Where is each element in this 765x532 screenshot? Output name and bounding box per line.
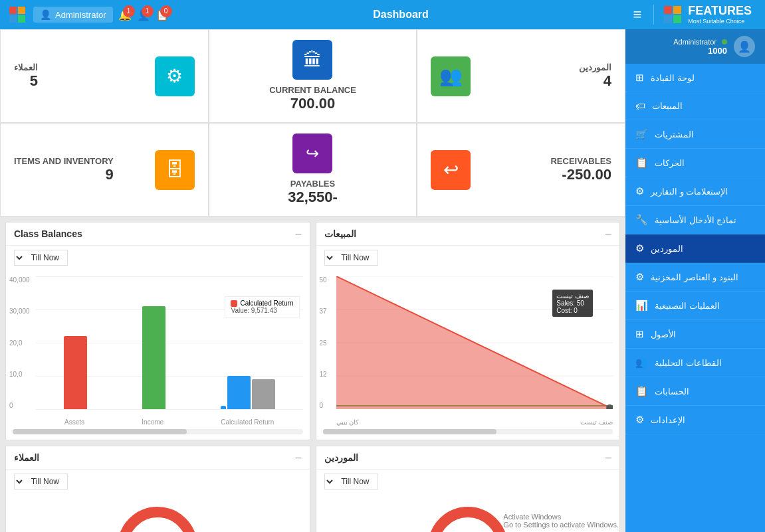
current-balance-card[interactable]: 🏛 CURRENT BALANCE 700.00 xyxy=(209,29,417,123)
items-icon: 🗄 xyxy=(155,150,195,190)
sidebar-item-purchases[interactable]: المشتريات 🛒 xyxy=(625,120,765,149)
navbar: 👤 Administrator 🔔 1 👤 1 📋 0 Dashboard ≡ … xyxy=(0,0,765,29)
sidebar-item-movements-label: الحركات xyxy=(655,158,685,168)
suppliers-value: 4 xyxy=(579,72,611,90)
analytics-icon: 👥 xyxy=(635,357,648,369)
bar-calc-return-2 xyxy=(227,376,251,409)
customers-donut-panel: – العملاء Till Now xyxy=(5,446,310,532)
sidebar-item-dashboard[interactable]: لوحة القيادة ⊞ xyxy=(625,64,765,92)
sidebar-item-templates[interactable]: نماذج الأدخال الأساسية 🔧 xyxy=(625,206,765,234)
class-balances-header: – Class Balances xyxy=(6,222,310,246)
activate-line1: Activate Windows xyxy=(503,513,619,521)
sidebar-item-reports[interactable]: الإستعلامات و التقارير ⚙ xyxy=(625,177,765,206)
movements-icon: 📋 xyxy=(635,157,648,169)
sales-filter-select[interactable]: Till Now xyxy=(324,250,378,266)
activate-windows-notice: Activate Windows Go to Settings to activ… xyxy=(503,513,619,529)
customers-card[interactable]: العملاء 5 ⚙ xyxy=(0,29,209,123)
stats-row-2: ITEMS AND INVENTORY 9 🗄 ↪ PAYABLES 32,55… xyxy=(0,123,625,217)
class-balances-scrollbar[interactable] xyxy=(13,429,303,434)
hamburger-menu-button[interactable]: ≡ xyxy=(633,6,641,23)
minimize-customers-donut[interactable]: – xyxy=(296,452,302,464)
sales-title: المبيعات xyxy=(324,228,356,239)
bar-income xyxy=(142,306,165,409)
notification3-button[interactable]: 📋 0 xyxy=(156,9,169,21)
sidebar: Administrator 1000 👤 لوحة القيادة ⊞ المب… xyxy=(625,29,765,532)
minimize-class-balances[interactable]: – xyxy=(296,228,302,240)
receivables-label: RECEIVABLES xyxy=(550,156,611,166)
receivables-value: 250.00- xyxy=(550,166,611,183)
user-button[interactable]: 👤 Administrator xyxy=(33,7,113,23)
customers-donut-header: – العملاء xyxy=(6,446,310,470)
sidebar-item-templates-label: نماذج الأدخال الأساسية xyxy=(655,215,736,225)
sidebar-item-manufacturing[interactable]: العمليات التصنيعية 📊 xyxy=(625,292,765,320)
suppliers-icon: 👥 xyxy=(431,56,471,96)
tooltip-item: صنف تيست xyxy=(556,292,589,300)
payables-icon: ↪ xyxy=(292,133,332,173)
brand-icon[interactable] xyxy=(7,4,28,25)
sidebar-item-accounts-label: الحسابات xyxy=(655,387,689,397)
sidebar-item-dashboard-label: لوحة القيادة xyxy=(651,73,695,83)
legend-label: Calculated Return xyxy=(240,300,293,307)
assets-icon: ⊞ xyxy=(635,328,644,340)
sidebar-item-manufacturing-label: العمليات التصنيعية xyxy=(655,301,720,311)
features-title: FEATURES xyxy=(688,5,752,18)
items-nav-icon: ⚙ xyxy=(635,271,644,283)
sales-y-labels: 50 37 25 12 0 xyxy=(320,276,327,409)
svg-rect-1 xyxy=(18,7,25,14)
legend-value: Value: 9,571.43 xyxy=(231,307,293,314)
svg-point-13 xyxy=(134,523,181,532)
sidebar-item-settings-label: الإعدادات xyxy=(651,415,685,425)
customers-donut-filter: Till Now xyxy=(6,470,310,493)
customers-value: 5 xyxy=(14,72,38,90)
sidebar-item-analytics[interactable]: القطاعات التحليلية 👥 xyxy=(625,349,765,377)
user-label: Administrator xyxy=(55,10,106,20)
customers-donut-body: Faisal 450 xyxy=(6,493,310,532)
minimize-suppliers-donut[interactable]: – xyxy=(605,452,611,464)
notification3-badge: 0 xyxy=(160,5,172,17)
suppliers-card[interactable]: 👥 الموردين 4 xyxy=(417,29,625,123)
x-label-left: كان بيبي xyxy=(336,418,360,426)
sidebar-item-reports-label: الإستعلامات و التقارير xyxy=(651,187,728,197)
suppliers-donut-filter-select[interactable]: Till Now xyxy=(324,474,378,489)
class-balances-chart-body: 40,000 30,000 20,0 10,0 0 xyxy=(6,270,310,429)
class-balances-filter-select[interactable]: Till Now xyxy=(14,250,68,266)
svg-rect-0 xyxy=(9,7,17,14)
tooltip-cost: Cost: 0 xyxy=(556,307,589,314)
sidebar-avatar: 👤 xyxy=(734,36,755,57)
charts-row: – Class Balances Till Now 40,000 30,000 … xyxy=(0,217,625,446)
suppliers-donut-chart: Faisal 21,000 xyxy=(428,507,508,532)
customers-donut-filter-select[interactable]: Till Now xyxy=(14,474,68,489)
activate-line2: Go to Settings to activate Windows. xyxy=(503,521,619,529)
sidebar-item-accounts[interactable]: الحسابات 📋 xyxy=(625,377,765,406)
y-axis-labels: 40,000 30,000 20,0 10,0 0 xyxy=(9,276,30,409)
chart-legend: Calculated Return Value: 9,571.43 xyxy=(225,296,299,317)
bar-calc-return-1 xyxy=(221,406,226,409)
sidebar-item-settings[interactable]: الإعدادات ⚙ xyxy=(625,406,765,434)
sales-scrollbar[interactable] xyxy=(323,429,613,434)
sales-chart-body: 50 37 25 12 0 xyxy=(316,270,620,429)
payables-card[interactable]: ↪ PAYABLES 32,550- xyxy=(209,123,417,217)
suppliers-donut-header: – الموردين xyxy=(316,446,620,470)
notification2-button[interactable]: 👤 1 xyxy=(137,9,150,21)
features-logo: FEATURES Most Suitable Choice xyxy=(653,5,758,25)
sidebar-item-assets-label: الأصول xyxy=(651,329,676,339)
sidebar-item-assets[interactable]: الأصول ⊞ xyxy=(625,320,765,349)
notification2-badge: 1 xyxy=(142,5,154,17)
sidebar-item-items[interactable]: البنود و العناصر المخزنية ⚙ xyxy=(625,263,765,292)
receivables-card[interactable]: ↩ RECEIVABLES 250.00- xyxy=(417,123,625,217)
class-balances-title: Class Balances xyxy=(14,228,82,239)
templates-icon: 🔧 xyxy=(635,214,648,226)
sidebar-item-sales[interactable]: المبيعات 🏷 xyxy=(625,92,765,120)
sidebar-item-movements[interactable]: الحركات 📋 xyxy=(625,149,765,177)
items-card[interactable]: ITEMS AND INVENTORY 9 🗄 xyxy=(0,123,209,217)
svg-rect-3 xyxy=(18,15,25,23)
sidebar-item-suppliers-label: الموردين xyxy=(651,244,683,254)
notification1-button[interactable]: 🔔 1 xyxy=(118,9,132,21)
minimize-sales[interactable]: – xyxy=(605,228,611,240)
sales-icon: 🏷 xyxy=(635,100,645,112)
sidebar-user-section: Administrator 1000 👤 xyxy=(625,29,765,64)
sales-panel: – المبيعات Till Now 50 37 25 12 0 xyxy=(316,222,621,440)
accounts-icon: 📋 xyxy=(635,385,648,397)
sidebar-item-purchases-label: المشتريات xyxy=(655,130,694,139)
sidebar-item-suppliers[interactable]: الموردين ⚙ xyxy=(625,234,765,263)
